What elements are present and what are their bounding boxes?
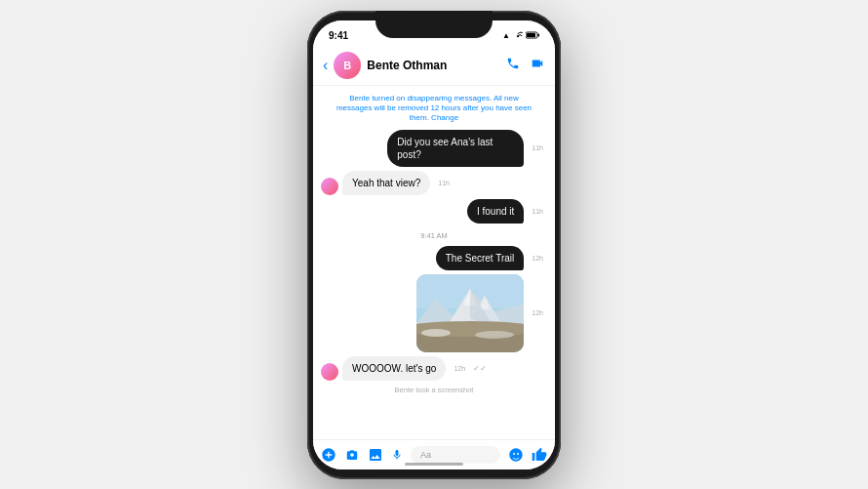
message-bubble: The Secret Trail <box>436 246 525 270</box>
message-text: Did you see Ana's last post? <box>397 137 493 160</box>
message-content: Yeah that view? 11h <box>342 171 454 195</box>
message-input[interactable]: Aa <box>411 446 500 464</box>
contact-name: Bente Othman <box>367 59 500 72</box>
home-indicator <box>405 463 463 466</box>
mic-button[interactable] <box>391 447 403 463</box>
message-with-time: 12h The Secret Trail <box>436 246 547 270</box>
back-button[interactable]: ‹ <box>323 57 328 74</box>
message-bubble: Did you see Ana's last post? <box>387 130 524 167</box>
chat-header: ‹ B Bente Othman <box>313 48 555 86</box>
message-with-time: WOOOOW. let's go 12h ✓✓ <box>342 356 487 381</box>
message-timestamp: 12h <box>532 309 543 316</box>
message-row: 12h <box>321 274 547 352</box>
change-link[interactable]: Change <box>431 113 458 122</box>
status-time: 9:41 <box>329 30 348 41</box>
message-row: 11h Did you see Ana's last post? <box>321 130 547 167</box>
message-content: WOOOOW. let's go 12h ✓✓ <box>342 356 487 381</box>
svg-rect-15 <box>416 274 524 352</box>
wifi-icon <box>513 31 523 41</box>
message-with-time: 11h I found it <box>467 199 547 224</box>
screenshot-notice: Bente took a screenshot <box>321 386 547 394</box>
message-row: WOOOOW. let's go 12h ✓✓ <box>321 356 547 381</box>
message-timestamp: 12h <box>454 365 465 372</box>
shared-image[interactable] <box>416 274 524 352</box>
add-button[interactable] <box>321 447 336 463</box>
signal-icon: ▲ <box>502 31 510 40</box>
camera-button[interactable] <box>344 448 360 462</box>
battery-icon <box>526 31 539 41</box>
sender-avatar <box>321 178 338 195</box>
message-row: 12h The Secret Trail <box>321 246 547 270</box>
message-timestamp: 11h <box>532 144 543 151</box>
svg-rect-2 <box>538 33 540 36</box>
video-call-button[interactable] <box>530 57 545 73</box>
system-notice: Bente turned on disappearing messages. A… <box>321 92 547 126</box>
message-text: The Secret Trail <box>446 253 515 264</box>
sender-avatar <box>321 363 338 381</box>
contact-info: Bente Othman <box>367 59 500 72</box>
message-status: ✓✓ <box>473 364 487 373</box>
message-bubble: I found it <box>467 199 524 224</box>
emoji-button[interactable] <box>508 447 524 463</box>
status-bar: 9:41 ▲ <box>313 20 555 48</box>
message-text: Yeah that view? <box>352 178 420 188</box>
message-timestamp: 12h <box>532 255 543 262</box>
input-placeholder: Aa <box>420 450 431 460</box>
header-actions <box>506 57 545 73</box>
message-text: I found it <box>477 206 514 217</box>
phone-screen: 9:41 ▲ <box>313 20 555 469</box>
message-with-time: 11h Did you see Ana's last post? <box>387 130 547 167</box>
time-label: 9:41 AM <box>321 231 547 240</box>
call-button[interactable] <box>506 57 520 73</box>
photo-button[interactable] <box>368 447 383 463</box>
like-button[interactable] <box>532 447 547 463</box>
message-bubble: Yeah that view? <box>342 171 430 195</box>
message-with-time: 12h <box>416 274 547 352</box>
svg-rect-1 <box>527 33 535 37</box>
avatar[interactable]: B <box>334 52 361 79</box>
message-row: 11h I found it <box>321 199 547 224</box>
message-timestamp: 11h <box>438 180 450 186</box>
status-icons: ▲ <box>502 31 539 41</box>
message-bubble: WOOOOW. let's go <box>342 356 446 381</box>
chat-area: Bente turned on disappearing messages. A… <box>313 86 555 439</box>
message-text: WOOOOW. let's go <box>352 363 436 374</box>
message-row: Yeah that view? 11h <box>321 171 547 195</box>
message-timestamp: 11h <box>532 208 543 215</box>
phone-frame: 9:41 ▲ <box>307 11 561 479</box>
message-with-time: Yeah that view? 11h <box>342 171 454 195</box>
